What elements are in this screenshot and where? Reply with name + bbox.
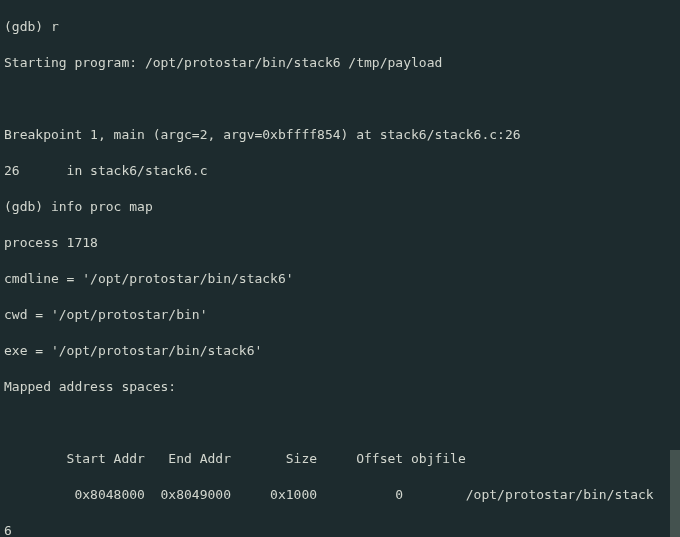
scrollbar-thumb[interactable] xyxy=(670,450,680,537)
blank-line xyxy=(4,414,676,432)
scrollbar-track[interactable] xyxy=(670,0,680,537)
map-row: 6 xyxy=(4,522,676,537)
gdb-prompt: (gdb) xyxy=(4,19,51,34)
breakpoint-hit: Breakpoint 1, main (argc=2, argv=0xbffff… xyxy=(4,126,676,144)
cmd-run: r xyxy=(51,19,59,34)
cmd-info-proc-map: info proc map xyxy=(51,199,153,214)
blank-line xyxy=(4,90,676,108)
process-id: process 1718 xyxy=(4,234,676,252)
column-header: Start Addr End Addr Size Offset objfile xyxy=(4,450,676,468)
cwd: cwd = '/opt/protostar/bin' xyxy=(4,306,676,324)
exe: exe = '/opt/protostar/bin/stack6' xyxy=(4,342,676,360)
terminal-output[interactable]: (gdb) r Starting program: /opt/protostar… xyxy=(0,0,680,537)
gdb-prompt: (gdb) xyxy=(4,199,51,214)
source-line: 26 in stack6/stack6.c xyxy=(4,162,676,180)
mapped-header: Mapped address spaces: xyxy=(4,378,676,396)
cmdline: cmdline = '/opt/protostar/bin/stack6' xyxy=(4,270,676,288)
starting-program: Starting program: /opt/protostar/bin/sta… xyxy=(4,54,676,72)
map-row: 0x8048000 0x8049000 0x1000 0 /opt/protos… xyxy=(4,486,676,504)
